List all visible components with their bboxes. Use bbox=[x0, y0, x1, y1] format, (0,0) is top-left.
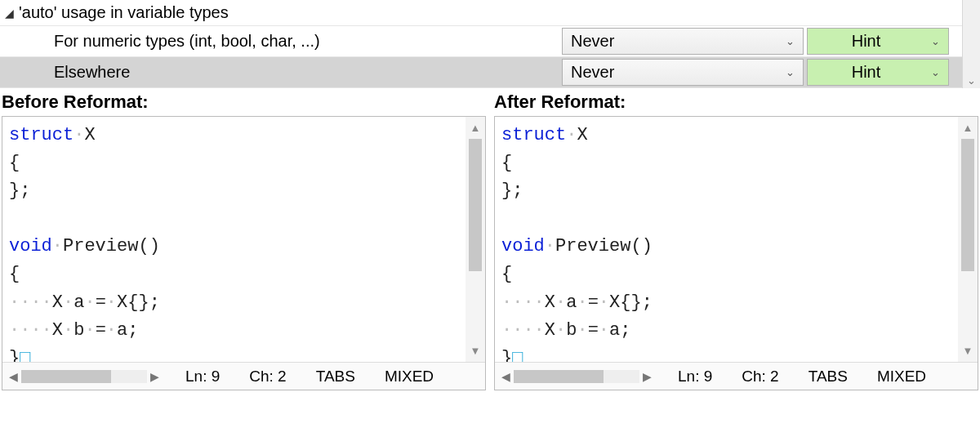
scroll-down-icon[interactable]: ▼ bbox=[963, 345, 973, 357]
horizontal-scrollbar[interactable]: ◀ ▶ bbox=[2, 370, 166, 383]
dropdown-value: Hint bbox=[816, 32, 916, 51]
scroll-up-icon[interactable]: ▲ bbox=[470, 122, 481, 134]
scroll-right-icon[interactable]: ▶ bbox=[147, 370, 163, 383]
status-mixed: MIXED bbox=[877, 368, 926, 386]
status-tabs: TABS bbox=[808, 368, 848, 386]
dropdown-value: Never bbox=[571, 63, 614, 82]
scroll-up-icon[interactable]: ▲ bbox=[963, 122, 973, 134]
settings-column: ◢ 'auto' usage in variable types For num… bbox=[0, 0, 962, 88]
before-panel: Before Reformat: struct·X { }; void·Prev… bbox=[0, 88, 488, 390]
section-header[interactable]: ◢ 'auto' usage in variable types bbox=[0, 0, 962, 26]
chevron-down-icon: ⌄ bbox=[931, 35, 940, 47]
setting-row-numeric: For numeric types (int, bool, char, ...)… bbox=[0, 26, 962, 57]
status-line: Ln: 9 bbox=[678, 368, 712, 386]
status-mixed: MIXED bbox=[385, 368, 434, 386]
chevron-down-icon: ⌄ bbox=[786, 35, 795, 47]
setting-label: Elsewhere bbox=[0, 57, 560, 87]
settings-scrollbar[interactable]: ⌄ bbox=[962, 0, 980, 88]
before-statusbar: ◀ ▶ Ln: 9 Ch: 2 TABS MIXED bbox=[2, 362, 485, 390]
after-editor: struct·X { }; void·Preview() { ····X·a·=… bbox=[494, 116, 978, 390]
after-panel: After Reformat: struct·X { }; void·Previ… bbox=[492, 88, 980, 390]
status-line: Ln: 9 bbox=[185, 368, 220, 386]
scroll-thumb[interactable] bbox=[469, 139, 482, 271]
scroll-thumb[interactable] bbox=[21, 370, 111, 383]
status-tabs: TABS bbox=[316, 368, 355, 386]
chevron-down-icon: ⌄ bbox=[967, 74, 976, 87]
status-char: Ch: 2 bbox=[742, 368, 778, 386]
horizontal-scrollbar[interactable]: ◀ ▶ bbox=[495, 370, 658, 383]
after-statusbar: ◀ ▶ Ln: 9 Ch: 2 TABS MIXED bbox=[495, 362, 978, 390]
dropdown-value: Never bbox=[571, 32, 614, 51]
setting-label: For numeric types (int, bool, char, ...) bbox=[0, 26, 560, 56]
scroll-left-icon[interactable]: ◀ bbox=[498, 370, 514, 383]
vertical-scrollbar[interactable]: ▲ ▼ bbox=[958, 117, 978, 362]
scroll-left-icon[interactable]: ◀ bbox=[6, 370, 21, 383]
chevron-down-icon: ⌄ bbox=[786, 66, 795, 78]
status-char: Ch: 2 bbox=[249, 368, 286, 386]
before-editor: struct·X { }; void·Preview() { ····X·a·=… bbox=[2, 116, 486, 390]
settings-area: ◢ 'auto' usage in variable types For num… bbox=[0, 0, 980, 88]
scroll-thumb[interactable] bbox=[961, 139, 974, 271]
before-code[interactable]: struct·X { }; void·Preview() { ····X·a·=… bbox=[2, 117, 466, 362]
section-title: 'auto' usage in variable types bbox=[19, 3, 229, 22]
preview-area: Before Reformat: struct·X { }; void·Prev… bbox=[0, 88, 980, 390]
scroll-down-icon[interactable]: ▼ bbox=[470, 345, 481, 357]
scroll-right-icon[interactable]: ▶ bbox=[639, 370, 655, 383]
value-dropdown-elsewhere[interactable]: Never ⌄ bbox=[562, 59, 804, 86]
after-code[interactable]: struct·X { }; void·Preview() { ····X·a·=… bbox=[495, 117, 958, 362]
severity-dropdown-elsewhere[interactable]: Hint ⌄ bbox=[807, 59, 949, 86]
dropdown-value: Hint bbox=[816, 63, 916, 82]
value-dropdown-numeric[interactable]: Never ⌄ bbox=[562, 28, 804, 55]
scroll-thumb[interactable] bbox=[514, 370, 604, 383]
vertical-scrollbar[interactable]: ▲ ▼ bbox=[466, 117, 485, 362]
setting-row-elsewhere: Elsewhere Never ⌄ Hint ⌄ bbox=[0, 57, 962, 88]
disclosure-triangle-icon[interactable]: ◢ bbox=[5, 7, 14, 20]
severity-dropdown-numeric[interactable]: Hint ⌄ bbox=[807, 28, 949, 55]
before-title: Before Reformat: bbox=[0, 88, 488, 116]
after-title: After Reformat: bbox=[492, 88, 980, 116]
chevron-down-icon: ⌄ bbox=[931, 66, 940, 78]
